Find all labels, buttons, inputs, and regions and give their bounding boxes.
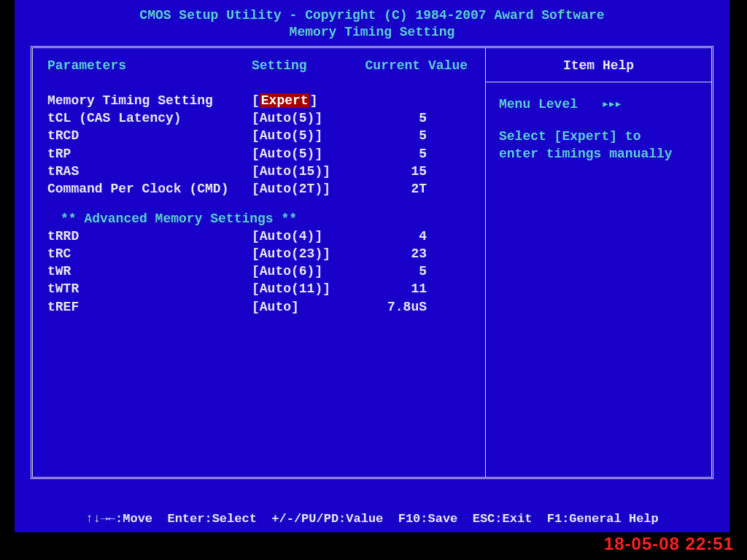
help-title: Item Help	[499, 58, 698, 82]
help-text-line1: Select [Expert] to	[499, 128, 698, 145]
menu-level-arrows-icon: ▸▸▸	[601, 97, 621, 112]
row-trcd[interactable]: tRCD [Auto(5)] 5	[47, 127, 475, 144]
param-label: Memory Timing Setting	[47, 92, 252, 109]
param-label: tWR	[47, 262, 252, 280]
current-value	[376, 92, 427, 109]
row-tras[interactable]: tRAS [Auto(15)] 15	[47, 163, 475, 180]
row-cmd[interactable]: Command Per Clock (CMD) [Auto(2T)] 2T	[47, 180, 475, 198]
row-tcl[interactable]: tCL (CAS Latency) [Auto(5)] 5	[47, 109, 475, 127]
current-value: 11	[376, 280, 427, 298]
bios-screen: CMOS Setup Utility - Copyright (C) 1984-…	[15, 0, 729, 532]
row-trrd[interactable]: tRRD [Auto(4)] 4	[47, 228, 475, 245]
param-label: tRCD	[47, 127, 252, 144]
row-memory-timing-setting[interactable]: Memory Timing Setting [Expert]	[47, 92, 475, 109]
current-value: 7.8uS	[376, 298, 427, 316]
footer-line1: ↑↓→←:Move Enter:Select +/-/PU/PD:Value F…	[36, 511, 708, 526]
help-text: Select [Expert] to enter timings manuall…	[499, 128, 698, 163]
setting-value: [Auto]	[252, 298, 376, 316]
settings-pane: Parameters Setting Current Value Memory …	[33, 48, 485, 477]
setting-value: [Auto(6)]	[252, 262, 376, 280]
setting-value: [Auto(2T)]	[252, 180, 376, 198]
help-pane: Item Help Menu Level ▸▸▸ Select [Expert]…	[485, 48, 711, 477]
param-label: tRP	[47, 145, 252, 163]
setting-value: [Auto(5)]	[252, 127, 376, 144]
help-text-line2: enter timings manually	[499, 145, 698, 163]
setting-value: [Auto(5)]	[252, 109, 376, 127]
setting-value: [Auto(4)]	[252, 228, 376, 245]
advanced-section-header: ** Advanced Memory Settings **	[47, 211, 475, 226]
col-current: Current Value	[354, 58, 475, 73]
row-trc[interactable]: tRC [Auto(23)] 23	[47, 245, 475, 262]
row-twr[interactable]: tWR [Auto(6)] 5	[47, 262, 475, 280]
setting-value: [Auto(11)]	[252, 280, 376, 298]
current-value: 15	[376, 163, 427, 180]
subtitle: Memory Timing Setting	[15, 24, 729, 41]
current-value: 5	[376, 262, 427, 280]
column-headers: Parameters Setting Current Value	[47, 58, 475, 73]
selected-value: Expert	[260, 93, 310, 108]
setting-value: [Expert]	[252, 92, 376, 109]
help-divider	[486, 82, 711, 82]
param-label: tRC	[47, 245, 252, 262]
param-label: tWTR	[47, 280, 252, 298]
setting-value: [Auto(23)]	[252, 245, 376, 262]
main-frame: Parameters Setting Current Value Memory …	[31, 46, 713, 479]
param-label: Command Per Clock (CMD)	[47, 180, 252, 198]
row-tref[interactable]: tREF [Auto] 7.8uS	[47, 298, 475, 316]
menu-level-label: Menu Level	[499, 97, 578, 112]
setting-value: [Auto(15)]	[252, 163, 376, 180]
row-twtr[interactable]: tWTR [Auto(11)] 11	[47, 280, 475, 298]
param-label: tRAS	[47, 163, 252, 180]
col-setting: Setting	[252, 58, 354, 73]
title: CMOS Setup Utility - Copyright (C) 1984-…	[15, 7, 729, 24]
param-label: tRRD	[47, 228, 252, 245]
param-label: tCL (CAS Latency)	[47, 109, 252, 127]
col-parameters: Parameters	[47, 58, 252, 73]
current-value: 4	[376, 228, 427, 245]
current-value: 2T	[376, 180, 427, 198]
current-value: 5	[376, 145, 427, 163]
setting-value: [Auto(5)]	[252, 145, 376, 163]
current-value: 5	[376, 127, 427, 144]
camera-timestamp: 18-05-08 22:51	[604, 534, 734, 554]
current-value: 23	[376, 245, 427, 262]
param-label: tREF	[47, 298, 252, 316]
row-trp[interactable]: tRP [Auto(5)] 5	[47, 145, 475, 163]
menu-level: Menu Level ▸▸▸	[499, 96, 698, 112]
current-value: 5	[376, 109, 427, 127]
